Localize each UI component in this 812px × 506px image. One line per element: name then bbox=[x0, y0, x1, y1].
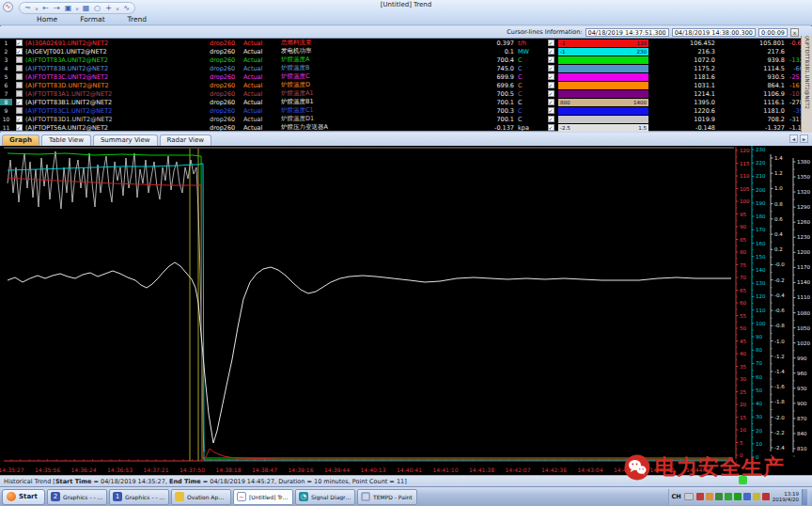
grid-layout-icon[interactable]: ▦ bbox=[82, 4, 90, 13]
tray-icon-1[interactable] bbox=[696, 493, 704, 500]
pen-scale-checkbox[interactable]: ✓ bbox=[548, 73, 554, 80]
pen-visible-checkbox[interactable]: ✓ bbox=[16, 99, 23, 105]
tray-icon-3[interactable] bbox=[715, 493, 723, 500]
menu-item-trend[interactable]: Trend bbox=[125, 15, 150, 25]
trend-chart-area[interactable]: 14:35:2714:35:5614:36:2414:36:5314:37:21… bbox=[0, 146, 812, 475]
pen-row-8[interactable]: 8✓(A)FTOTT83B1.UNIT2@NET2drop260Actual炉膛… bbox=[0, 98, 812, 106]
cursor-duration: 0:00:09 bbox=[758, 28, 788, 37]
pen-row-11[interactable]: 11✓(A)FTOPT56A.UNIT2@NET2drop260Actual炉膛… bbox=[0, 123, 812, 132]
trend-plot[interactable]: 14:35:2714:35:5614:36:2414:36:5314:37:21… bbox=[0, 146, 812, 475]
y-tick-label: 95 bbox=[740, 212, 746, 217]
taskbar-button-signal[interactable]: ◔Signal Diagram Viewe... bbox=[295, 489, 355, 505]
pen-color-bar bbox=[558, 107, 648, 115]
pen-visible-checkbox[interactable]: ✓ bbox=[16, 124, 23, 131]
menu-item-home[interactable]: Home bbox=[34, 15, 60, 25]
cursor-time-2: 04/18/2019 14:38:00.300 bbox=[672, 28, 756, 37]
pen-row-5[interactable]: 5(A)FTOTT83C.UNIT2@NET2drop260Actual炉膛温度… bbox=[0, 72, 812, 81]
tab-radar-view[interactable]: Radar View bbox=[160, 134, 211, 146]
taskbar-button-folder[interactable]: Ovation Applications bbox=[171, 489, 231, 505]
pen-visible-checkbox[interactable] bbox=[16, 90, 23, 97]
start-button[interactable]: Start bbox=[2, 489, 45, 505]
tray-icon-8[interactable] bbox=[762, 493, 770, 500]
pen-drop: drop260 bbox=[210, 90, 243, 98]
pen-cursor1-value: 1181.6 bbox=[649, 73, 715, 81]
taskbar-button-label: Graphics - - C:\Ovati... bbox=[63, 494, 103, 500]
pen-visible-checkbox[interactable]: ✓ bbox=[16, 40, 23, 46]
tray-icon-4[interactable] bbox=[725, 493, 732, 500]
y-tick-label: 0.8 bbox=[774, 201, 783, 207]
back-arrow-icon[interactable]: ← bbox=[41, 4, 50, 13]
pen-row-7[interactable]: 7(A)FTOTT83A1.UNIT2@NET2drop260Actual炉膛温… bbox=[0, 89, 812, 98]
y-tick-label: 70 bbox=[740, 275, 746, 280]
forward-arrow-icon[interactable]: → bbox=[53, 4, 61, 13]
tabs-scroll-right-icon[interactable]: ▸ bbox=[800, 134, 808, 143]
row-number: 9 bbox=[0, 107, 12, 114]
pen-visible-checkbox[interactable] bbox=[16, 107, 23, 114]
pen-visible-checkbox[interactable] bbox=[16, 65, 23, 71]
pen-description: 炉膛温度D bbox=[281, 81, 441, 89]
taskbar-button-graphics-1[interactable]: 1Graphics - - C:\Ovati... bbox=[109, 489, 169, 505]
menu-bar: HomeFormatTrend bbox=[34, 15, 149, 25]
taskbar-button-paint[interactable]: ▨TEMPD - Paint bbox=[357, 489, 417, 505]
pen-scale-checkbox[interactable]: ✓ bbox=[548, 40, 554, 46]
signal-icon: ◔ bbox=[299, 492, 308, 501]
pen-tag: (A)FTOTT83D.UNIT2@NET2 bbox=[25, 82, 210, 89]
add-pen-icon[interactable]: + bbox=[104, 4, 113, 13]
pen-scale-checkbox[interactable]: ✓ bbox=[548, 90, 554, 97]
y-tick-label: 1380 bbox=[797, 159, 810, 165]
pen-row-4[interactable]: 4(A)FTOTT83B.UNIT2@NET2drop260Actual炉膛温度… bbox=[0, 64, 812, 72]
pen-row-2[interactable]: 2✓(A)GEVJT001.UNIT2@NET2drop260Actual发电机… bbox=[0, 47, 812, 55]
pen-row-6[interactable]: 6(A)FTOTT83D.UNIT2@NET2drop260Actual炉膛温度… bbox=[0, 81, 812, 89]
pen-scale-checkbox[interactable]: ✓ bbox=[548, 99, 554, 105]
pen-visible-checkbox[interactable] bbox=[16, 73, 23, 80]
pen-cursor2-value: 217.6 bbox=[715, 48, 785, 55]
dropdown-caret-icon[interactable]: v bbox=[75, 4, 79, 13]
pen-row-3[interactable]: 3(A)FTOTT83A.UNIT2@NET2drop260Actual炉膛温度… bbox=[0, 55, 812, 64]
pen-row-10[interactable]: 10✓(A)FTOTT83D1.UNIT2@NET2drop260Actual炉… bbox=[0, 115, 812, 123]
y-tick-label: 80 bbox=[756, 347, 762, 353]
pen-tag: (A)FTOTT83A.UNIT2@NET2 bbox=[25, 56, 210, 64]
tray-icon-6[interactable] bbox=[743, 493, 751, 500]
pen-scale-checkbox[interactable]: ✓ bbox=[548, 65, 554, 71]
pen-color-bar bbox=[558, 56, 648, 64]
y-tick-label: 100 bbox=[756, 321, 766, 326]
pen-drop: drop260 bbox=[210, 107, 243, 115]
close-icon[interactable]: x bbox=[790, 28, 799, 37]
tabs-scroll-left-icon[interactable]: ◂ bbox=[789, 134, 798, 143]
pen-unit: kpa bbox=[518, 124, 544, 132]
menu-item-format[interactable]: Format bbox=[77, 15, 107, 25]
show-desktop-button[interactable] bbox=[802, 489, 807, 505]
taskbar-button-graphics-2[interactable]: 2Graphics - - C:\Ovati... bbox=[47, 489, 107, 505]
pen-scale-checkbox[interactable]: ✓ bbox=[548, 116, 554, 122]
pen-scale-checkbox[interactable]: ✓ bbox=[548, 124, 554, 131]
pen-row-9[interactable]: 9(A)FTOTT83C1.UNIT2@NET2drop260Actual炉膛温… bbox=[0, 106, 812, 115]
language-indicator[interactable]: CH bbox=[672, 493, 681, 500]
dropdown-caret-icon[interactable]: v bbox=[116, 4, 119, 13]
pen-drop: drop260 bbox=[210, 99, 243, 106]
pen-visible-checkbox[interactable] bbox=[16, 82, 23, 88]
pen-visible-checkbox[interactable]: ✓ bbox=[16, 48, 23, 55]
y-tick-label: 1290 bbox=[797, 204, 810, 210]
export-image-icon[interactable]: ▣ bbox=[64, 4, 72, 13]
pen-row-1[interactable]: 1✓(A)30A02691.UNIT2@NET2drop260Actual总燃料… bbox=[0, 39, 812, 47]
trend-chart-icon[interactable]: ~ bbox=[23, 4, 32, 13]
pen-visible-checkbox[interactable] bbox=[16, 56, 23, 63]
taskbar-button-trend[interactable]: ~[Untitled] Trend bbox=[233, 489, 293, 505]
tab-table-view[interactable]: Table View bbox=[41, 134, 91, 146]
tab-graph[interactable]: Graph bbox=[2, 134, 39, 146]
pen-scale-checkbox[interactable]: ✓ bbox=[548, 82, 554, 88]
sparkline-icon[interactable]: ∿ bbox=[122, 4, 131, 13]
pen-visible-checkbox[interactable]: ✓ bbox=[16, 116, 23, 122]
tray-icon-7[interactable] bbox=[753, 493, 760, 500]
y-tick-label: -0.8 bbox=[774, 323, 785, 328]
pen-scale-checkbox[interactable]: ✓ bbox=[548, 56, 554, 63]
dropdown-caret-icon[interactable]: v bbox=[35, 4, 39, 13]
row-number: 11 bbox=[0, 124, 12, 131]
pen-scale-checkbox[interactable]: ✓ bbox=[548, 107, 554, 114]
tray-icon-5[interactable] bbox=[734, 493, 742, 500]
zoom-icon[interactable]: ○ bbox=[93, 4, 102, 13]
pen-scale-checkbox[interactable]: ✓ bbox=[548, 48, 554, 55]
printer-icon[interactable] bbox=[684, 493, 694, 500]
tray-icon-2[interactable] bbox=[706, 493, 713, 500]
tab-summary-view[interactable]: Summary View bbox=[93, 134, 158, 146]
